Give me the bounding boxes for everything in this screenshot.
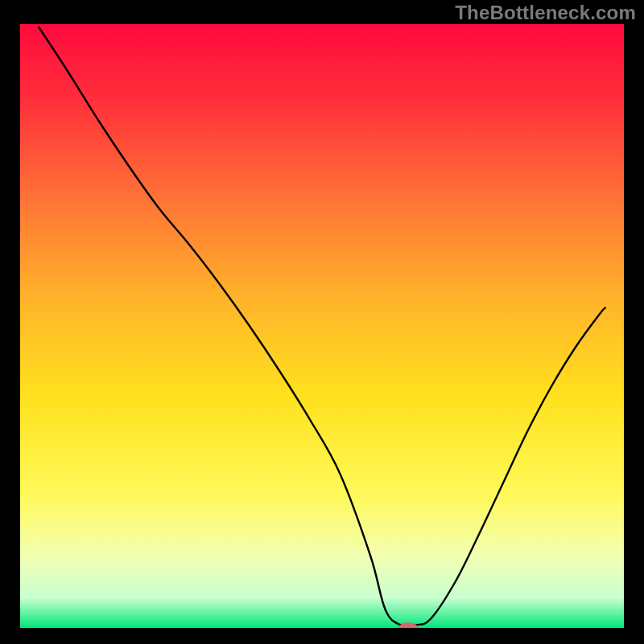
chart-container: TheBottleneck.com [0,0,644,644]
chart-svg [0,0,644,644]
gradient-background [20,24,624,628]
optimal-marker [398,622,418,634]
watermark-label: TheBottleneck.com [455,2,636,24]
